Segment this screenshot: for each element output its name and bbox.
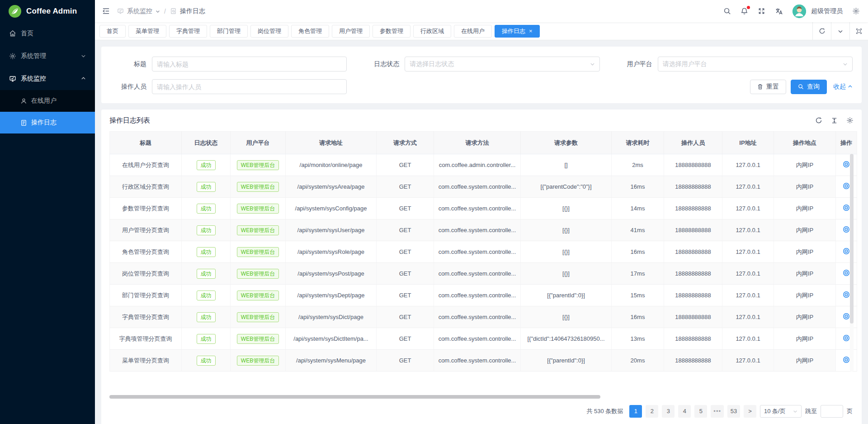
tab-item[interactable]: 操作日志×	[495, 25, 540, 38]
log-search-icon	[170, 8, 177, 14]
cell-platform: WEB管理后台	[231, 198, 286, 219]
page-size-select[interactable]: 10 条/页	[760, 405, 802, 418]
cell-ip: 127.0.0.1	[722, 263, 774, 285]
page-button[interactable]: 1	[629, 405, 642, 418]
view-detail-icon[interactable]	[843, 182, 850, 190]
cell-func: com.coffee.system.controlle...	[434, 176, 521, 198]
cell-url: /api/system/sysMenu/page	[286, 350, 377, 372]
status-filter-label: 日志状态	[363, 60, 405, 68]
cell-url: /api/system/sysArea/page	[286, 176, 377, 198]
sidebar-item-system-monitor[interactable]: 系统监控	[0, 67, 95, 90]
sidebar-item-system-management[interactable]: 系统管理	[0, 45, 95, 67]
tab-item[interactable]: 角色管理	[291, 25, 329, 38]
title-filter-input[interactable]	[152, 57, 347, 71]
row-density-icon[interactable]	[831, 117, 838, 124]
view-detail-icon[interactable]	[843, 204, 850, 211]
table-header-row: 标题日志状态用户平台请求地址请求方式请求方法请求参数请求耗时操作人员IP地址操作…	[110, 132, 857, 154]
user-icon	[20, 97, 27, 105]
operator-filter-input[interactable]	[152, 79, 347, 94]
user-name[interactable]: 超级管理员	[811, 7, 843, 15]
jump-page-input[interactable]	[821, 405, 843, 418]
app-root: Coffee Admin 首页 系统管理 系统监控 在线用户	[0, 0, 868, 424]
tab-item[interactable]: 岗位管理	[250, 25, 288, 38]
cell-ip: 127.0.0.1	[722, 285, 774, 306]
page-button[interactable]: 3	[662, 405, 675, 418]
settings-gear-icon[interactable]	[852, 7, 860, 15]
sidebar-item-online-users[interactable]: 在线用户	[0, 90, 95, 112]
vertical-scrollbar-thumb[interactable]	[850, 154, 854, 324]
page-button[interactable]: 53	[727, 405, 740, 418]
cell-platform: WEB管理后台	[231, 219, 286, 241]
cell-location: 内网IP	[774, 176, 836, 198]
page-button[interactable]: 2	[646, 405, 658, 418]
collapse-filters-link[interactable]: 收起	[833, 83, 853, 91]
column-settings-gear-icon[interactable]	[846, 117, 854, 124]
status-badge: 成功	[197, 334, 216, 344]
cell-action	[836, 219, 857, 241]
page-size-value: 10 条/页	[764, 407, 786, 415]
cell-operator: 18888888888	[664, 198, 722, 219]
column-header: 操作人员	[664, 132, 722, 154]
view-detail-icon[interactable]	[843, 269, 850, 276]
cell-method: GET	[377, 176, 434, 198]
tab-item[interactable]: 首页	[99, 25, 126, 38]
view-detail-icon[interactable]	[843, 313, 850, 320]
cell-func: com.coffee.system.controlle...	[434, 285, 521, 306]
next-page-button[interactable]: >	[744, 405, 756, 418]
cell-action	[836, 154, 857, 176]
chevron-down-icon[interactable]	[831, 22, 849, 40]
logo[interactable]: Coffee Admin	[0, 0, 95, 22]
cell-func: com.coffee.system.controlle...	[434, 328, 521, 350]
column-header: 日志状态	[182, 132, 231, 154]
sidebar-item-home[interactable]: 首页	[0, 22, 95, 45]
tab-label: 行政区域	[420, 27, 444, 35]
cell-operator: 18888888888	[664, 306, 722, 328]
tab-item[interactable]: 行政区域	[413, 25, 451, 38]
cell-status: 成功	[182, 306, 231, 328]
reset-button[interactable]: 重置	[750, 80, 786, 94]
tab-item[interactable]: 在线用户	[454, 25, 492, 38]
tab-item[interactable]: 字典管理	[169, 25, 207, 38]
user-avatar[interactable]	[793, 5, 806, 18]
fullscreen-icon[interactable]	[758, 7, 765, 15]
cell-params: [{}]	[521, 263, 612, 285]
refresh-icon[interactable]	[812, 22, 831, 40]
cell-params: []	[521, 154, 612, 176]
tab-item[interactable]: 菜单管理	[128, 25, 166, 38]
maximize-icon[interactable]	[849, 22, 868, 40]
tab-label: 字典管理	[176, 27, 200, 35]
sidebar-submenu: 在线用户 操作日志	[0, 90, 95, 133]
view-detail-icon[interactable]	[843, 334, 850, 342]
tab-item[interactable]: 部门管理	[210, 25, 248, 38]
page-content: 标题 日志状态 请选择日志状态 用户平台 请选择用户平台	[95, 40, 868, 424]
search-button[interactable]: 查询	[791, 80, 827, 94]
tab-item[interactable]: 参数管理	[373, 25, 410, 38]
breadcrumb-parent[interactable]: 系统监控	[127, 7, 152, 15]
cell-location: 内网IP	[774, 154, 836, 176]
platform-filter-select[interactable]: 请选择用户平台	[658, 57, 853, 71]
horizontal-scrollbar-thumb[interactable]	[109, 395, 600, 399]
notifications-bell-icon[interactable]	[741, 7, 748, 15]
translate-icon[interactable]	[775, 7, 783, 15]
column-header: 操作地点	[774, 132, 836, 154]
search-icon[interactable]	[723, 7, 731, 15]
view-detail-icon[interactable]	[843, 161, 850, 168]
sidebar-item-operation-logs[interactable]: 操作日志	[0, 112, 95, 133]
status-filter-select[interactable]: 请选择日志状态	[405, 57, 599, 71]
view-detail-icon[interactable]	[843, 226, 850, 233]
cell-url: /api/system/sysUser/page	[286, 219, 377, 241]
tab-item[interactable]: 用户管理	[332, 25, 370, 38]
refresh-icon[interactable]	[815, 117, 822, 124]
cell-action	[836, 263, 857, 285]
view-detail-icon[interactable]	[843, 248, 850, 255]
platform-badge: WEB管理后台	[237, 269, 279, 279]
view-detail-icon[interactable]	[843, 356, 850, 363]
cell-platform: WEB管理后台	[231, 241, 286, 263]
view-detail-icon[interactable]	[843, 291, 850, 298]
tab-close-icon[interactable]: ×	[529, 28, 533, 34]
page-button[interactable]: 5	[694, 405, 707, 418]
page-button[interactable]: 4	[678, 405, 691, 418]
cell-ip: 127.0.0.1	[722, 154, 774, 176]
sidebar-collapse-icon[interactable]	[102, 7, 110, 15]
table-row: 菜单管理分页查询成功WEB管理后台/api/system/sysMenu/pag…	[110, 350, 857, 372]
